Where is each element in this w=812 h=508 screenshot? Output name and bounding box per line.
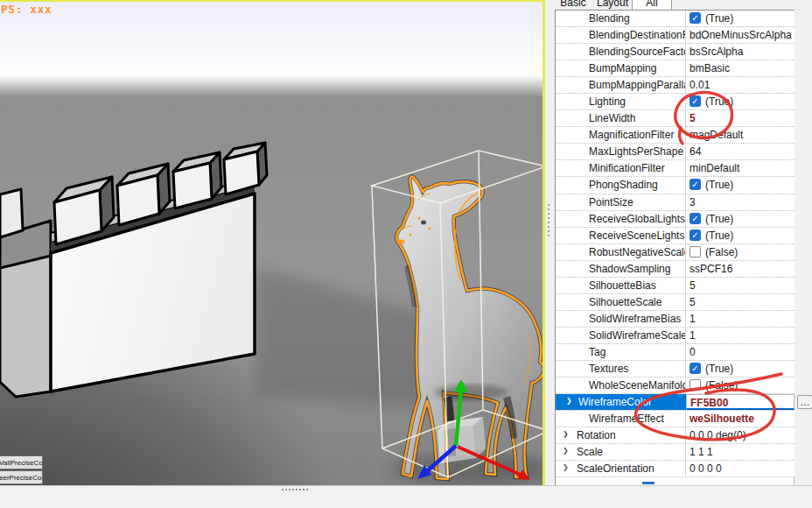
property-row-magnificationfilter[interactable]: MagnificationFiltermagDefault xyxy=(556,127,794,144)
checkbox-checked-icon[interactable]: ✓ xyxy=(690,229,701,241)
checkbox-checked-icon[interactable]: ✓ xyxy=(690,12,701,24)
overlay-button-1[interactable]: eerPreciseCollisions xyxy=(0,470,43,484)
property-row-solidwireframescale[interactable]: SolidWireframeScale1 xyxy=(556,328,794,344)
property-row-textures[interactable]: Textures✓(True) xyxy=(556,361,794,377)
property-name[interactable]: ShadowSampling xyxy=(556,261,686,277)
property-row-linewidth[interactable]: LineWidth5 xyxy=(556,110,794,127)
property-value[interactable]: ✓(True) xyxy=(686,177,794,193)
property-grid[interactable]: Blending✓(True)BlendingDestinationFactor… xyxy=(555,10,794,485)
expand-chevron-icon[interactable]: ❯ xyxy=(563,430,569,438)
color-picker-ellipsis-button[interactable]: … xyxy=(797,395,812,409)
property-name[interactable]: Textures xyxy=(556,361,686,377)
property-value[interactable]: 64 xyxy=(686,144,794,159)
property-value[interactable]: ✓(True) xyxy=(686,228,794,243)
property-value[interactable]: 0 0 0 deg(0) xyxy=(686,427,794,443)
property-row-silhouettebias[interactable]: SilhouetteBias5 xyxy=(556,278,794,294)
property-row-wireframecolor[interactable]: ❯WireframeColorFF5B00… xyxy=(556,394,794,411)
vertical-splitter[interactable] xyxy=(545,0,555,485)
property-name[interactable]: LineWidth xyxy=(556,110,686,126)
property-value[interactable]: 5 xyxy=(686,110,794,126)
property-row-blending[interactable]: Blending✓(True) xyxy=(556,11,794,27)
property-value[interactable]: 0 xyxy=(686,344,794,360)
property-row-silhouettescale[interactable]: SilhouetteScale5 xyxy=(556,294,794,311)
property-name[interactable]: BlendingSourceFactor xyxy=(556,44,686,60)
property-row-wireframeeffect[interactable]: WireframeEffectweSilhouette xyxy=(556,411,794,427)
property-value[interactable]: 0 0 0 0 xyxy=(686,461,794,476)
property-value[interactable]: 1 1 1 xyxy=(686,444,794,460)
property-row-receivescenelights[interactable]: ReceiveSceneLights✓(True) xyxy=(556,228,794,244)
property-value[interactable]: 1 xyxy=(686,328,794,343)
property-value[interactable]: 0.01 xyxy=(686,77,794,93)
checkbox-checked-icon[interactable]: ✓ xyxy=(690,95,701,107)
property-value[interactable]: (False) xyxy=(686,377,794,393)
property-row-phongshading[interactable]: PhongShading✓(True) xyxy=(556,177,794,194)
checkbox-checked-icon[interactable]: ✓ xyxy=(690,213,701,224)
property-name[interactable]: ❯Scale xyxy=(556,444,686,460)
property-name[interactable]: ❯WireframeColor xyxy=(556,394,686,410)
checkbox-unchecked-icon[interactable] xyxy=(690,246,701,258)
property-row-tag[interactable]: Tag0 xyxy=(556,344,794,361)
property-name[interactable]: ❯ScaleOrientation xyxy=(556,461,686,476)
property-row-shadowsampling[interactable]: ShadowSamplingssPCF16 xyxy=(556,261,794,278)
property-value[interactable]: bsSrcAlpha xyxy=(686,44,794,60)
property-name[interactable]: BlendingDestinationFactor xyxy=(556,27,686,43)
property-value[interactable]: minDefault xyxy=(686,160,794,176)
property-name[interactable]: ReceiveSceneLights xyxy=(556,228,686,243)
property-value[interactable]: ✓(True) xyxy=(686,361,794,377)
checkbox-checked-icon[interactable]: ✓ xyxy=(690,179,701,190)
property-row-rotation[interactable]: ❯Rotation0 0 0 deg(0) xyxy=(556,427,794,444)
property-name[interactable]: PointSize xyxy=(556,194,686,210)
property-name[interactable]: WholeSceneManifold xyxy=(556,377,686,393)
property-row-bumpmapping[interactable]: BumpMappingbmBasic xyxy=(556,60,794,77)
property-name[interactable]: BumpMapping xyxy=(556,60,686,76)
value-editbox[interactable]: FF5B00 xyxy=(686,394,794,410)
property-name[interactable]: RobustNegativeScale xyxy=(556,244,686,260)
property-name[interactable]: MinificationFilter xyxy=(556,160,686,176)
property-name[interactable]: SilhouetteScale xyxy=(556,294,686,310)
property-name[interactable]: ReceiveGlobalLights xyxy=(556,211,686,227)
property-value[interactable]: ssPCF16 xyxy=(686,261,794,277)
property-name[interactable]: BumpMappingParallax xyxy=(556,77,686,93)
property-row-wholescenemanifold[interactable]: WholeSceneManifold(False) xyxy=(556,377,794,394)
3d-viewport[interactable]: PS: xxx VallPreciseCollisionseerPreciseC… xyxy=(0,0,545,485)
checkbox-checked-icon[interactable]: ✓ xyxy=(690,363,701,374)
property-row-pointsize[interactable]: PointSize3 xyxy=(556,194,794,211)
expand-chevron-icon[interactable]: ❯ xyxy=(563,463,569,471)
property-name[interactable]: SilhouetteBias xyxy=(556,278,686,293)
property-name[interactable]: Blending xyxy=(556,11,686,26)
property-row-scale[interactable]: ❯Scale1 1 1 xyxy=(556,444,794,461)
property-value[interactable]: magDefault xyxy=(686,127,794,143)
property-value[interactable]: FF5B00 xyxy=(686,394,794,410)
property-name[interactable]: SolidWireframeBias xyxy=(556,311,686,327)
property-name[interactable]: SolidWireframeScale xyxy=(556,328,686,343)
property-value[interactable]: ✓(True) xyxy=(686,94,794,109)
property-name[interactable]: Tag xyxy=(556,344,686,360)
property-row-blendingsourcefactor[interactable]: BlendingSourceFactorbsSrcAlpha xyxy=(556,44,794,60)
property-value[interactable]: 5 xyxy=(686,294,794,310)
property-row-lighting[interactable]: Lighting✓(True) xyxy=(556,94,794,110)
property-name[interactable]: MagnificationFilter xyxy=(556,127,686,143)
property-row-scaleorientation[interactable]: ❯ScaleOrientation0 0 0 0 xyxy=(556,461,794,477)
expand-chevron-icon[interactable]: ❯ xyxy=(563,447,569,455)
tab-all[interactable]: All xyxy=(632,0,672,10)
property-name[interactable]: WireframeEffect xyxy=(556,411,686,427)
property-value[interactable]: 5 xyxy=(686,278,794,293)
property-value[interactable]: bdOneMinusSrcAlpha xyxy=(686,27,794,43)
property-name[interactable]: ❯Rotation xyxy=(556,427,686,443)
3d-scene[interactable] xyxy=(0,0,545,485)
property-value[interactable]: (False) xyxy=(686,244,794,260)
property-row-bumpmappingparallax[interactable]: BumpMappingParallax0.01 xyxy=(556,77,794,94)
expand-chevron-icon[interactable]: ❯ xyxy=(566,397,572,405)
property-value[interactable]: 1 xyxy=(686,311,794,327)
property-row-blendingdestinationfactor[interactable]: BlendingDestinationFactorbdOneMinusSrcAl… xyxy=(556,27,794,44)
checkbox-unchecked-icon[interactable] xyxy=(690,379,701,391)
property-value[interactable]: bmBasic xyxy=(686,60,794,76)
tab-layout[interactable]: Layout xyxy=(593,0,632,10)
property-row-maxlightspershape[interactable]: MaxLightsPerShape64 xyxy=(556,144,794,160)
overlay-button-0[interactable]: VallPreciseCollisions xyxy=(0,455,43,469)
property-row-solidwireframebias[interactable]: SolidWireframeBias1 xyxy=(556,311,794,328)
property-row-receivegloballights[interactable]: ReceiveGlobalLights✓(True) xyxy=(556,211,794,228)
property-value[interactable]: ✓(True) xyxy=(686,11,794,26)
property-value[interactable]: ✓(True) xyxy=(686,211,794,227)
property-name[interactable]: MaxLightsPerShape xyxy=(556,144,686,159)
